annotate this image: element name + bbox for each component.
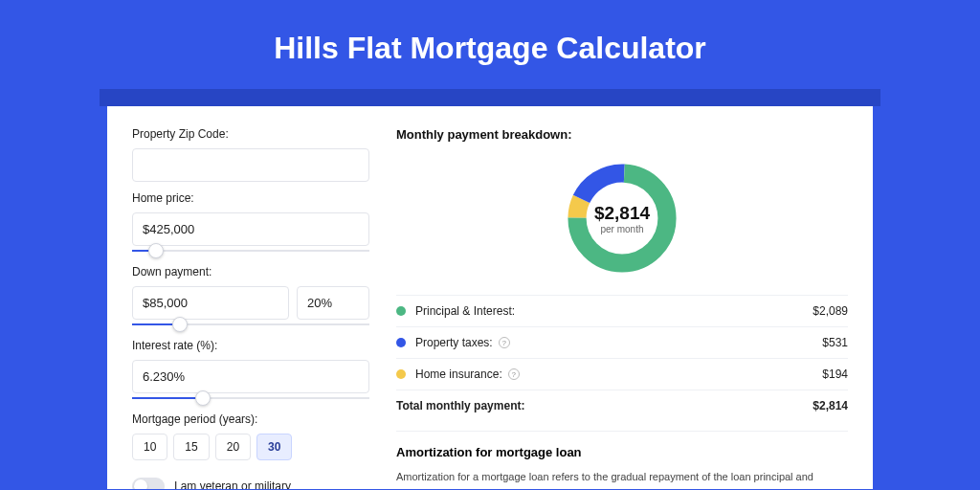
info-icon[interactable]: ? <box>499 337 510 348</box>
calculator-panel: Property Zip Code: Home price: Down paym… <box>107 106 873 489</box>
price-slider[interactable] <box>132 250 369 252</box>
legend-dot-icon <box>396 369 406 379</box>
price-field: Home price: <box>132 191 369 252</box>
legend-row-0: Principal & Interest:$2,089 <box>396 295 848 326</box>
down-amount-input[interactable] <box>132 286 289 320</box>
breakdown-column: Monthly payment breakdown: $2,814 per mo… <box>396 127 848 489</box>
legend-value: $531 <box>822 336 848 349</box>
legend-dot-icon <box>396 338 406 347</box>
donut-amount: $2,814 <box>594 203 650 224</box>
zip-input[interactable] <box>132 148 369 182</box>
page-title: Hills Flat Mortgage Calculator <box>0 0 980 89</box>
down-pct-input[interactable] <box>297 286 369 320</box>
form-column: Property Zip Code: Home price: Down paym… <box>132 127 369 489</box>
legend-total-value: $2,814 <box>813 399 848 412</box>
veteran-toggle[interactable] <box>132 478 165 489</box>
period-label: Mortgage period (years): <box>132 412 369 426</box>
price-slider-thumb[interactable] <box>148 243 164 258</box>
legend-row-2: Home insurance:?$194 <box>396 358 848 390</box>
info-icon[interactable]: ? <box>508 368 520 380</box>
legend-label: Home insurance:? <box>415 368 822 381</box>
price-label: Home price: <box>132 191 369 205</box>
period-field: Mortgage period (years): 10152030 <box>132 412 369 460</box>
donut-chart: $2,814 per month <box>396 151 848 295</box>
legend-dot-icon <box>396 306 406 316</box>
period-30[interactable]: 30 <box>256 434 292 460</box>
rate-field: Interest rate (%): <box>132 339 369 399</box>
down-slider-thumb[interactable] <box>172 317 188 332</box>
zip-field: Property Zip Code: <box>132 127 369 182</box>
legend-label: Principal & Interest: <box>415 304 813 318</box>
amortization-text: Amortization for a mortgage loan refers … <box>396 469 848 489</box>
legend-value: $2,089 <box>813 304 848 318</box>
amortization-title: Amortization for mortgage loan <box>396 445 848 459</box>
period-15[interactable]: 15 <box>173 434 209 460</box>
rate-slider-thumb[interactable] <box>195 390 211 406</box>
amortization-section: Amortization for mortgage loan Amortizat… <box>396 431 848 489</box>
rate-input[interactable] <box>132 360 369 393</box>
rate-slider[interactable] <box>132 397 369 399</box>
legend-value: $194 <box>822 368 848 381</box>
legend-total-label: Total monthly payment: <box>396 399 813 412</box>
donut-sub: per month <box>600 224 643 234</box>
down-label: Down payment: <box>132 265 369 278</box>
legend-row-1: Property taxes:?$531 <box>396 326 848 358</box>
down-slider[interactable] <box>132 323 369 325</box>
zip-label: Property Zip Code: <box>132 127 369 141</box>
legend-total-row: Total monthly payment: $2,814 <box>396 390 848 421</box>
legend: Principal & Interest:$2,089Property taxe… <box>396 295 848 390</box>
legend-label: Property taxes:? <box>415 336 822 349</box>
price-input[interactable] <box>132 212 369 246</box>
panel-shadow <box>100 89 880 106</box>
veteran-label: I am veteran or military <box>174 479 291 489</box>
veteran-row: I am veteran or military <box>132 478 369 489</box>
down-field: Down payment: <box>132 265 369 325</box>
rate-label: Interest rate (%): <box>132 339 369 352</box>
period-20[interactable]: 20 <box>215 434 251 460</box>
breakdown-title: Monthly payment breakdown: <box>396 127 848 142</box>
period-10[interactable]: 10 <box>132 434 167 460</box>
period-options: 10152030 <box>132 434 369 460</box>
